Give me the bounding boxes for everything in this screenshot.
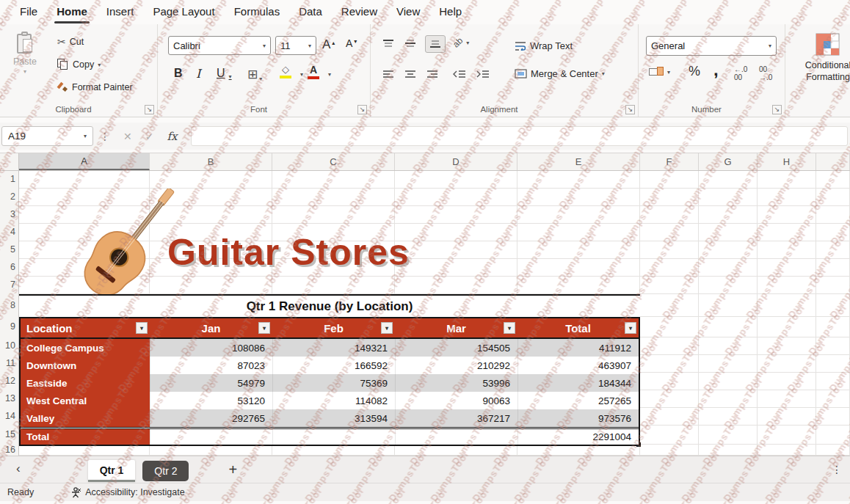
value-cell[interactable]: 292765 [150, 409, 272, 427]
ribbon-tab-page-layout[interactable]: Page Layout [143, 1, 224, 23]
column-header-H[interactable]: H [758, 153, 816, 170]
value-cell[interactable]: 75369 [272, 374, 395, 392]
font-name-combo[interactable]: Calibri▾ [168, 36, 271, 55]
increase-indent-button[interactable] [476, 70, 490, 78]
enter-icon[interactable]: ✓ [139, 131, 161, 142]
row-header-15[interactable]: 15 [5, 429, 15, 439]
row-header-14[interactable]: 14 [5, 411, 15, 421]
empty-total-cell[interactable] [395, 429, 517, 445]
row-header-6[interactable]: 6 [10, 262, 15, 272]
value-cell[interactable]: 313594 [272, 409, 395, 427]
report-title[interactable]: Qtr 1 Revenue (by Location) [19, 294, 640, 317]
column-header-F[interactable]: F [640, 153, 699, 170]
location-cell[interactable]: Downtown [21, 357, 150, 374]
location-cell[interactable]: West Central [21, 392, 150, 409]
location-cell[interactable]: Eastside [21, 374, 150, 392]
sheet-nav-left-icon[interactable]: ‹ [0, 461, 28, 478]
underline-button[interactable]: U▾ [217, 67, 232, 80]
ribbon-tab-file[interactable]: File [10, 1, 47, 23]
row-header-2[interactable]: 2 [10, 191, 15, 202]
row-header-7[interactable]: 7 [10, 280, 15, 290]
fill-color-button[interactable]: ◇ [280, 64, 291, 78]
align-right-button[interactable] [426, 70, 438, 78]
ribbon-tab-view[interactable]: View [387, 1, 429, 23]
align-center-button[interactable] [404, 70, 416, 78]
sheet-tab-qtr2[interactable]: Qtr 2 [142, 461, 189, 481]
paste-button[interactable]: Paste ▾ [13, 32, 37, 75]
value-cell[interactable]: 114082 [272, 392, 395, 409]
ribbon-tab-data[interactable]: Data [289, 1, 332, 23]
align-top-button[interactable] [382, 39, 394, 48]
filter-dropdown-icon[interactable]: ▾ [136, 322, 148, 334]
filter-dropdown-icon[interactable]: ▾ [504, 322, 515, 334]
value-cell[interactable]: 108086 [150, 339, 272, 357]
number-format-combo[interactable]: General▾ [646, 36, 777, 56]
value-cell[interactable]: 53996 [395, 374, 517, 392]
row-header-16[interactable]: 16 [5, 445, 15, 455]
value-cell[interactable]: 210292 [395, 357, 517, 374]
value-cell[interactable]: 87023 [150, 357, 272, 374]
decrease-indent-button[interactable] [453, 70, 466, 78]
column-header-partial[interactable] [816, 153, 850, 170]
row-header-8[interactable]: 8 [10, 300, 15, 310]
row-header-1[interactable]: 1 [10, 174, 15, 184]
value-cell[interactable]: 54979 [150, 374, 272, 392]
tabbar-menu-icon[interactable]: ⋮ [832, 464, 843, 475]
value-cell[interactable]: 90063 [395, 392, 517, 409]
value-cell[interactable]: 149321 [272, 339, 395, 357]
value-cell[interactable]: 257265 [517, 392, 639, 409]
value-cell[interactable]: 367217 [395, 409, 517, 427]
name-box[interactable]: A19 ▾ [1, 126, 93, 146]
align-left-button[interactable] [382, 70, 394, 78]
percent-style-button[interactable]: % [689, 64, 700, 79]
column-header-A[interactable]: A [19, 153, 150, 170]
merge-center-button[interactable]: Merge & Center ▾ [515, 68, 605, 79]
column-header-B[interactable]: B [150, 153, 272, 170]
value-cell[interactable]: 973576 [517, 409, 639, 427]
grand-total-cell[interactable]: 2291004 [517, 429, 639, 445]
ribbon-tab-review[interactable]: Review [332, 1, 387, 23]
clipboard-dialog-launcher[interactable]: ↘ [145, 105, 154, 114]
row-header-11[interactable]: 11 [6, 358, 15, 368]
ribbon-tab-home[interactable]: Home [47, 1, 97, 23]
cut-button[interactable]: ✂ Cut [57, 36, 84, 48]
column-header-C[interactable]: C [272, 153, 395, 170]
copy-button[interactable]: Copy ▾ [57, 59, 101, 70]
font-size-combo[interactable]: 11▾ [275, 36, 316, 55]
location-cell[interactable]: College Campus [21, 339, 150, 357]
filter-dropdown-icon[interactable]: ▾ [381, 322, 393, 334]
location-cell[interactable]: Valley [21, 409, 150, 427]
table-resize-handle[interactable] [636, 442, 641, 447]
column-header-G[interactable]: G [699, 153, 758, 170]
number-dialog-launcher[interactable]: ↘ [772, 105, 782, 114]
value-cell[interactable]: 463907 [517, 357, 639, 374]
accessibility-status[interactable]: Accessibility: Investigate [70, 487, 184, 498]
accounting-format-button[interactable]: ▾ [649, 67, 670, 77]
column-header-D[interactable]: D [395, 153, 517, 170]
row-header-13[interactable]: 13 [5, 393, 15, 403]
value-cell[interactable]: 154505 [395, 339, 517, 357]
insert-function-button[interactable]: fx [160, 130, 184, 143]
ribbon-tab-insert[interactable]: Insert [97, 1, 144, 23]
wrap-text-button[interactable]: Wrap Text [515, 40, 573, 51]
ribbon-tab-formulas[interactable]: Formulas [225, 1, 290, 23]
value-cell[interactable]: 411912 [517, 339, 639, 357]
value-cell[interactable]: 184344 [517, 374, 639, 392]
empty-total-cell[interactable] [150, 429, 272, 445]
comma-style-button[interactable]: , [713, 59, 719, 80]
sheet-grid[interactable]: 12345678910111213141516 Guitar Stores Qt… [0, 171, 850, 456]
select-all-corner[interactable] [0, 153, 19, 170]
row-header-4[interactable]: 4 [10, 227, 15, 237]
font-dialog-launcher[interactable]: ↘ [357, 105, 367, 114]
filter-dropdown-icon[interactable]: ▾ [258, 322, 270, 334]
align-bottom-button[interactable] [425, 35, 446, 53]
total-label-cell[interactable]: Total [21, 429, 150, 445]
alignment-dialog-launcher[interactable]: ↘ [625, 105, 635, 114]
font-color-button[interactable]: A [308, 64, 319, 79]
italic-button[interactable]: I [196, 67, 200, 81]
sheet-tab-qtr1[interactable]: Qtr 1 [88, 460, 136, 482]
decrease-decimal-button[interactable]: 00→.0 [759, 65, 772, 81]
row-header-10[interactable]: 10 [5, 340, 15, 351]
grow-font-button[interactable]: A▴ [322, 37, 335, 52]
row-header-5[interactable]: 5 [10, 244, 15, 255]
